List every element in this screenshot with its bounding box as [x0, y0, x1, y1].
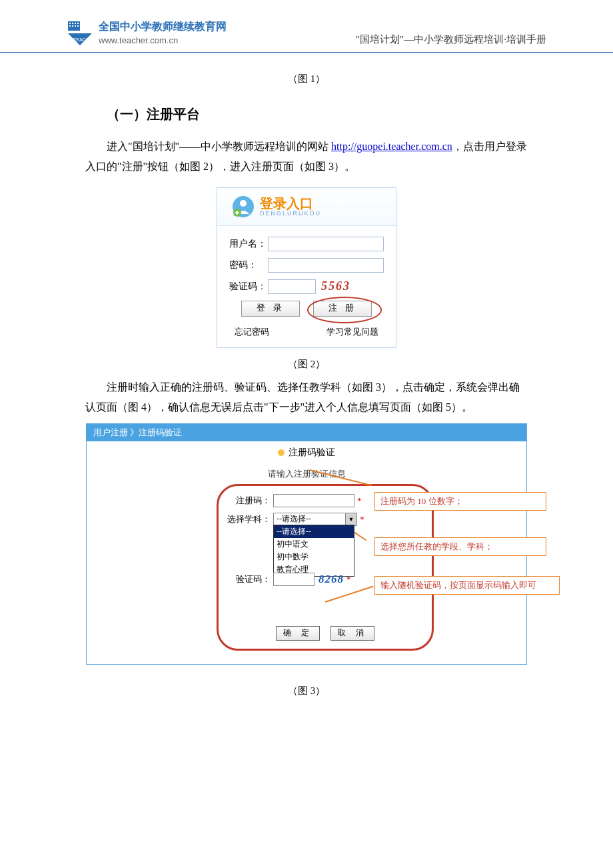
svg-rect-5: [69, 25, 71, 27]
logo-title: 全国中小学教师继续教育网: [99, 20, 227, 34]
required-star: *: [346, 574, 351, 585]
reg-step-indicator: 注册码验证: [87, 441, 526, 464]
reg-subject-select[interactable]: --请选择-- ▼: [273, 513, 357, 526]
reg-code-input[interactable]: [273, 494, 354, 507]
reg-captcha-row: 验证码： 8268 *: [225, 573, 425, 586]
registration-panel-figure: 用户注册 》注册码验证 注册码验证 请输入注册验证信息 注册码为 10 位数字；…: [86, 423, 527, 665]
guopei-link[interactable]: http://guopei.teacher.com.cn: [331, 141, 452, 152]
subject-option[interactable]: --请选择--: [274, 525, 354, 538]
page-header: TEACHER 全国中小学教师继续教育网 www.teacher.com.cn …: [0, 20, 613, 53]
paragraph-2: 注册时输入正确的注册码、验证码、选择任教学科（如图 3），点击确定，系统会弹出确…: [85, 377, 528, 418]
reg-captcha-image: 8268: [318, 573, 344, 586]
reg-captcha-input[interactable]: [273, 573, 314, 586]
register-button[interactable]: 注 册: [313, 301, 372, 317]
login-title-cn: 登录入口: [260, 197, 321, 210]
svg-rect-6: [72, 25, 73, 27]
password-label: 密码：: [229, 259, 268, 271]
chevron-down-icon: ▼: [345, 513, 356, 525]
reg-step-label: 注册码验证: [289, 447, 335, 459]
captcha-input[interactable]: [268, 279, 316, 294]
required-star: *: [360, 514, 364, 525]
user-avatar-icon: [232, 195, 255, 218]
callout-subject: 选择您所任教的学段、学科；: [374, 537, 546, 556]
captcha-image: 5563: [321, 279, 350, 293]
login-box-header: 登录入口 DENGLURUKOU: [217, 188, 396, 226]
reg-subject-dropdown: --请选择-- 初中语文 初中数学 教育心理: [273, 525, 354, 577]
username-row: 用户名：: [229, 237, 384, 251]
step-dot-icon: [278, 449, 285, 456]
captcha-row: 验证码： 5563: [229, 279, 384, 294]
logo-url: www.teacher.com.cn: [99, 35, 227, 45]
reg-code-label: 注册码：: [225, 495, 273, 507]
login-box-figure: 登录入口 DENGLURUKOU 用户名： 密码： 验证码： 5563: [217, 187, 396, 348]
login-title-en: DENGLURUKOU: [260, 210, 321, 217]
svg-rect-3: [75, 23, 76, 24]
svg-rect-8: [77, 25, 79, 27]
reg-breadcrumb: 用户注册 》注册码验证: [87, 424, 526, 441]
forgot-password-link[interactable]: 忘记密码: [235, 326, 269, 338]
svg-rect-1: [69, 23, 71, 24]
reg-subject-row: 选择学科： --请选择-- ▼ * --请选择-- 初中语文 初中数学 教育心理: [225, 513, 425, 526]
register-button-label: 注 册: [328, 303, 356, 313]
logo-icon: TEACHER: [67, 20, 93, 47]
password-row: 密码：: [229, 258, 384, 273]
cancel-button[interactable]: 取 消: [330, 626, 374, 641]
reg-subject-label: 选择学科：: [225, 513, 273, 525]
figure-1-label: （图 1）: [67, 73, 546, 85]
ok-button[interactable]: 确 定: [276, 626, 320, 641]
svg-rect-4: [77, 23, 79, 24]
para1-text-a: 进入"国培计划"——中小学教师远程培训的网站: [107, 141, 328, 152]
reg-subject-value: --请选择--: [277, 513, 311, 525]
login-button[interactable]: 登 录: [241, 301, 300, 317]
required-star: *: [357, 495, 362, 506]
username-input[interactable]: [268, 237, 384, 251]
reg-prompt: 请输入注册验证信息: [87, 468, 526, 480]
reg-code-row: 注册码： *: [225, 494, 425, 507]
paragraph-1: 进入"国培计划"——中小学教师远程培训的网站 http://guopei.tea…: [85, 137, 528, 177]
figure-2-label: （图 2）: [67, 358, 546, 371]
reg-captcha-label: 验证码：: [225, 573, 273, 585]
username-label: 用户名：: [229, 238, 268, 250]
svg-rect-7: [75, 25, 76, 27]
svg-rect-2: [72, 23, 73, 24]
svg-point-12: [240, 200, 247, 207]
subject-option[interactable]: 初中数学: [274, 551, 354, 563]
subject-option[interactable]: 初中语文: [274, 538, 354, 551]
faq-link[interactable]: 学习常见问题: [326, 326, 378, 338]
doc-title: "国培计划"—中小学教师远程培训·培训手册: [356, 20, 546, 46]
figure-3-label: （图 3）: [67, 685, 546, 697]
password-input[interactable]: [268, 258, 384, 273]
section-title: （一）注册平台: [107, 105, 546, 123]
svg-text:TEACHER: TEACHER: [73, 37, 93, 42]
logo-block: TEACHER 全国中小学教师继续教育网 www.teacher.com.cn: [67, 20, 227, 47]
captcha-label: 验证码：: [229, 281, 268, 293]
